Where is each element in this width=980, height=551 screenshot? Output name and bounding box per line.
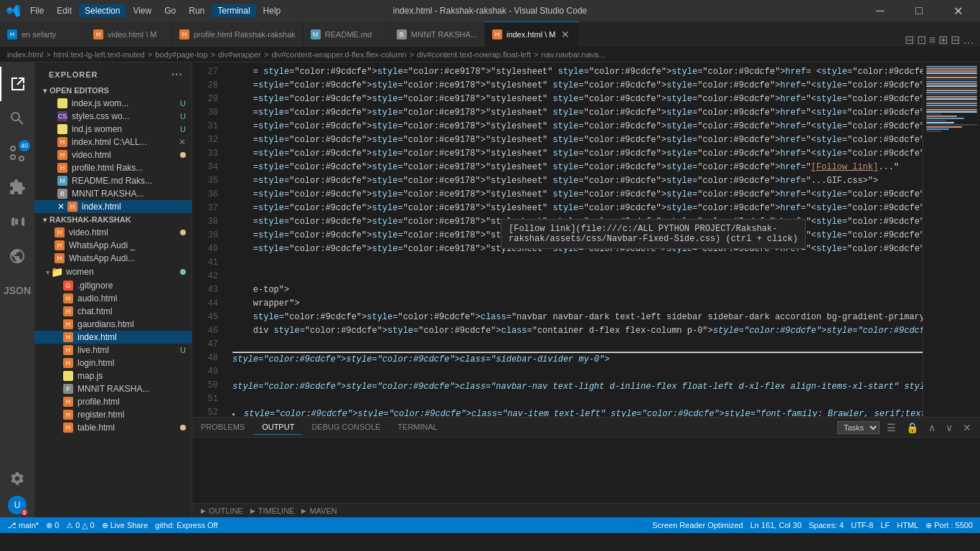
status-warnings[interactable]: ⚠ 0 △ 0: [66, 521, 94, 530]
menu-run[interactable]: Run: [183, 4, 210, 17]
open-editor-indjs[interactable]: JS ind.js women U: [34, 123, 192, 136]
activity-json[interactable]: JSON: [0, 273, 34, 308]
activity-run[interactable]: [0, 204, 34, 239]
breadcrumb-item-4[interactable]: div#wrapper: [218, 50, 261, 59]
tab-close-6[interactable]: ✕: [560, 29, 571, 39]
breadcrumb-item-5[interactable]: div#content-wrapper.d-flex.flex-column: [271, 50, 406, 59]
panel-content[interactable]: [192, 438, 980, 503]
tab-problems[interactable]: PROBLEMS: [192, 420, 253, 435]
open-editor-mnnit[interactable]: B MNNIT RAKSHA...: [34, 187, 192, 200]
file-mnnit[interactable]: F MNNIT RAKSHA...: [34, 382, 192, 395]
panel-down-icon[interactable]: ∨: [943, 420, 956, 435]
tab-debug-console[interactable]: DEBUG CONSOLE: [303, 420, 389, 435]
panel-list-icon[interactable]: ☰: [884, 420, 899, 435]
activity-source-control[interactable]: 40: [0, 136, 34, 170]
open-editor-indexjs[interactable]: JS index.js wom... U: [34, 97, 192, 110]
status-errors[interactable]: ⊗ 0: [46, 521, 59, 530]
timeline-section[interactable]: ▶ TIMELINE: [250, 507, 295, 515]
more-icon[interactable]: …: [963, 34, 974, 47]
split-editor-icon[interactable]: ⊡: [917, 33, 926, 47]
file-indexhtml-women[interactable]: H index.html: [34, 331, 192, 344]
menu-go[interactable]: Go: [159, 4, 182, 17]
status-encoding[interactable]: UTF-8: [851, 521, 873, 529]
code-editor[interactable]: 2728293031323334353637383940414243444546…: [192, 62, 980, 417]
project-header[interactable]: ▾ RAKSHAK-RAKSHAK: [34, 213, 192, 226]
project-whatsapp2[interactable]: H WhatsApp Audi...: [34, 252, 192, 265]
status-port[interactable]: ⊕ Port : 5500: [925, 521, 973, 530]
tab-video-html[interactable]: H video.html \ M: [86, 22, 172, 47]
file-livehtml[interactable]: H live.html U: [34, 344, 192, 357]
outline-section[interactable]: ▶ OUTLINE: [201, 507, 243, 515]
panel-lock-icon[interactable]: 🔒: [903, 420, 921, 435]
tab-readme[interactable]: M README.md: [303, 22, 390, 47]
status-language[interactable]: HTML: [897, 521, 918, 529]
status-spaces[interactable]: Spaces: 4: [809, 521, 844, 529]
menu-help[interactable]: Help: [258, 4, 287, 17]
folder-women[interactable]: ▾ 📁 women: [34, 265, 192, 279]
project-whatsapp1[interactable]: H WhatsApp Audi _: [34, 239, 192, 252]
breadcrumb-item-7[interactable]: nav.navbar.nava...: [542, 50, 606, 59]
close-button[interactable]: ✕: [941, 0, 974, 22]
project-videohtml[interactable]: H video.html: [34, 226, 192, 239]
status-screenreader[interactable]: Screen Reader Optimized: [652, 521, 743, 529]
code-content[interactable]: = style="color:#9cdcfe">style="color:#ce…: [227, 62, 923, 417]
breadcrumb-item-2[interactable]: html.text-lg-left.text-muted: [54, 50, 145, 59]
menu-terminal[interactable]: Terminal: [212, 4, 255, 17]
open-editor-stylescss[interactable]: CS styles.css wo... U: [34, 110, 192, 123]
breadcrumb-item-1[interactable]: index.html: [7, 50, 43, 59]
open-editors-header[interactable]: ▾ OPEN EDITORS: [34, 84, 192, 97]
status-eol[interactable]: LF: [880, 521, 890, 529]
menu-selection[interactable]: Selection: [79, 4, 126, 17]
close-x[interactable]: ✕: [57, 202, 65, 212]
file-registerhtml[interactable]: H register.html: [34, 408, 192, 421]
file-tablehtml[interactable]: H table.html: [34, 421, 192, 434]
tab-terminal[interactable]: TERMINAL: [389, 420, 446, 435]
menu-file[interactable]: File: [24, 4, 50, 17]
tab-mnnit[interactable]: B MNNIT RAKSHA...: [390, 22, 485, 47]
breadcrumb-item-3[interactable]: body#page-top: [155, 50, 207, 59]
open-editors-icon[interactable]: ⊟: [905, 33, 914, 47]
file-loginhtml[interactable]: H login.html: [34, 357, 192, 369]
status-liveshare[interactable]: ⊕ Live Share: [102, 521, 149, 530]
activity-explorer[interactable]: [0, 67, 34, 101]
maven-section[interactable]: ▶ MAVEN: [301, 507, 336, 515]
tasks-dropdown[interactable]: Tasks: [837, 421, 880, 434]
layout-icon[interactable]: ⊞: [938, 33, 948, 47]
minimize-button[interactable]: ─: [864, 0, 897, 22]
file-mapjs[interactable]: JS map.js: [34, 369, 192, 382]
tab-output[interactable]: OUTPUT: [253, 420, 303, 435]
minimap-line: [926, 79, 977, 80]
activity-remote[interactable]: [0, 239, 34, 273]
breadcrumb-item-6[interactable]: div#content.text-nowrap.float-left: [417, 50, 531, 59]
open-editor-profilehtml[interactable]: H profile.html Raks...: [34, 161, 192, 174]
status-line-col[interactable]: Ln 161, Col 30: [750, 521, 802, 529]
file-guardianshtml[interactable]: H gaurdians.html: [34, 318, 192, 331]
status-githd[interactable]: githd: Express Off: [155, 521, 217, 529]
open-editor-readme[interactable]: M README.md Raks...: [34, 174, 192, 187]
panel-icon[interactable]: ⊟: [951, 33, 960, 47]
file-gitignore[interactable]: G .gitignore: [34, 279, 192, 292]
tab-index-html[interactable]: H index.html \ M ✕: [485, 22, 579, 47]
file-audiohtml[interactable]: H audio.html: [34, 292, 192, 305]
open-editor-indexhtml-active[interactable]: ✕ H index.html: [34, 200, 192, 213]
activity-search[interactable]: [0, 101, 34, 136]
more-tabs-icon[interactable]: ≡: [929, 34, 936, 47]
sidebar-more[interactable]: ···: [171, 68, 183, 81]
menu-view[interactable]: View: [127, 4, 157, 17]
file-profilehtml[interactable]: H profile.html: [34, 395, 192, 408]
open-editor-videohtml[interactable]: H video.html: [34, 149, 192, 161]
maximize-button[interactable]: □: [903, 0, 936, 22]
activity-extensions[interactable]: [0, 170, 34, 204]
open-editor-indexhtml-1[interactable]: H index.html C:\ALL... ✕: [34, 136, 192, 149]
menu-edit[interactable]: Edit: [51, 4, 77, 17]
activity-settings[interactable]: [0, 461, 34, 496]
panel-up-icon[interactable]: ∧: [925, 420, 938, 435]
file-chathtml[interactable]: H chat.html: [34, 305, 192, 318]
tab-en-sefarty[interactable]: H en sefarty: [0, 22, 86, 47]
panel-close-icon[interactable]: ✕: [960, 420, 974, 435]
minimap[interactable]: [923, 62, 980, 417]
status-branch[interactable]: ⎇ main*: [7, 521, 39, 530]
close-icon[interactable]: ✕: [179, 137, 186, 147]
user-avatar[interactable]: U 1: [8, 496, 27, 514]
tab-profile-html[interactable]: H profile.html Rakshak-rakshak: [172, 22, 303, 47]
